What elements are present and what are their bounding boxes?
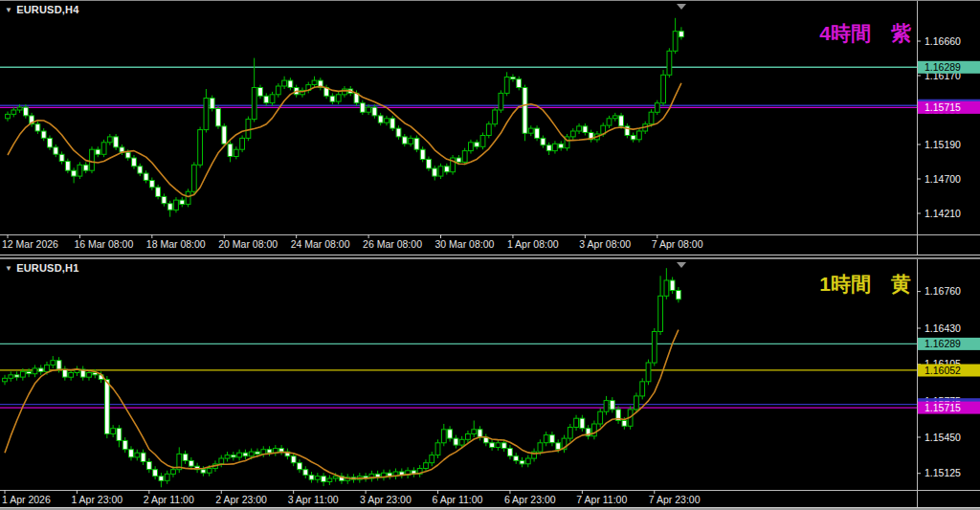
candle-body (240, 138, 245, 149)
price-tick-label: 1.16430 (924, 322, 961, 334)
price-tick-label: 1.15125 (924, 467, 961, 478)
candle-body (225, 455, 230, 459)
candle-body (607, 119, 612, 125)
symbol-text: EURUSD,H4 (16, 4, 78, 15)
candle-body (490, 443, 495, 448)
candle-body (469, 143, 474, 151)
candle-body (234, 149, 238, 156)
candle-body (204, 99, 209, 130)
candle-body (631, 136, 635, 140)
candle-body (646, 363, 651, 382)
candle-body (279, 449, 284, 453)
mt4-chart-window: 1.166601.161701.156801.151901.147001.142… (0, 0, 980, 510)
candle-body (402, 137, 407, 144)
candle-body (612, 116, 617, 119)
plot-area[interactable] (0, 1, 917, 234)
candle-body (261, 450, 266, 455)
candle-body (114, 137, 119, 147)
candle-body (649, 112, 654, 124)
candle-body (574, 418, 579, 427)
candle-body (673, 32, 678, 52)
candle-body (556, 443, 561, 450)
candle-body (153, 470, 158, 477)
candle-body (83, 165, 88, 170)
candle-body (186, 191, 190, 204)
candle-body (390, 119, 395, 128)
candle-body (570, 131, 575, 137)
time-tick-label: 18 Mar 08:00 (146, 238, 206, 250)
candle-body (45, 365, 50, 371)
candle-body (38, 368, 43, 372)
candle-body (282, 80, 287, 86)
candle-body (104, 380, 109, 434)
candle-body (568, 428, 572, 439)
candle-body (6, 114, 11, 118)
candle-body (270, 95, 275, 103)
candle-body (3, 378, 8, 382)
chart-panel-h1[interactable]: 1.167601.164301.161051.157751.154501.151… (0, 258, 980, 507)
time-tick-label: 6 Apr 11:00 (433, 494, 483, 505)
collapse-arrow-icon: ▼ (5, 264, 12, 273)
time-tick-label: 6 Apr 23:00 (504, 494, 556, 505)
candle-body (288, 80, 293, 87)
price-tick-label: 1.15190 (924, 139, 961, 150)
candle-body (298, 463, 302, 470)
candle-body (78, 165, 82, 176)
symbol-text: EURUSD,H1 (16, 262, 78, 274)
candle-body (231, 455, 235, 457)
candle-body (677, 291, 681, 299)
candle-body (433, 168, 437, 176)
candle-body (174, 200, 179, 210)
candle-body (303, 470, 308, 476)
candle-body (107, 137, 112, 143)
candle-body (54, 147, 58, 154)
candle-body (222, 126, 227, 144)
candle-body (622, 421, 627, 427)
time-tick-label: 3 Apr 08:00 (579, 238, 631, 250)
candle-body (264, 96, 269, 102)
candle-body (414, 138, 419, 149)
chart-panel-h4[interactable]: 1.166601.161701.156801.151901.147001.142… (0, 0, 980, 255)
candle-body (51, 361, 56, 366)
candle-body (312, 80, 317, 84)
candle-body (553, 144, 558, 150)
candle-body (219, 458, 224, 464)
candle-body (670, 280, 675, 291)
candle-body (87, 373, 92, 378)
symbol-label-h1: ▼EURUSD,H1 (5, 262, 79, 274)
time-tick-label: 7 Apr 11:00 (576, 494, 627, 505)
candle-body (538, 443, 543, 452)
time-tick-label: 12 Mar 2026 (2, 238, 58, 250)
time-tick-label: 20 Mar 08:00 (218, 238, 278, 250)
candle-body (21, 371, 26, 377)
candle-body (420, 149, 425, 159)
candle-body (598, 411, 603, 424)
candle-body (472, 430, 477, 434)
candle-body (252, 88, 256, 120)
candle-body (462, 151, 467, 163)
candle-body (499, 93, 503, 110)
candle-body (111, 429, 116, 434)
symbol-label-h4: ▼EURUSD,H4 (5, 4, 79, 15)
candle-body (141, 453, 145, 461)
price-label-text: 1.15715 (924, 402, 961, 413)
candle-body (559, 144, 564, 147)
candle-body (493, 110, 498, 124)
candle-body (191, 165, 196, 191)
candle-body (640, 382, 645, 396)
candle-body (322, 477, 326, 482)
timeframe-annotation-h4: 4時間 紫 (819, 20, 911, 47)
candle-body (438, 166, 443, 176)
candle-body (125, 152, 130, 158)
candle-body (336, 95, 341, 101)
candle-body (256, 452, 260, 454)
candle-body (655, 103, 659, 113)
candle-body (385, 119, 390, 122)
candle-body (162, 196, 167, 203)
price-label-text: 1.16052 (924, 365, 961, 376)
candle-body (372, 107, 377, 116)
time-tick-label: 1 Apr 08:00 (507, 238, 559, 250)
price-tick-label: 1.16760 (924, 285, 961, 297)
time-tick-label: 7 Apr 08:00 (652, 238, 703, 250)
candle-body (210, 99, 214, 109)
